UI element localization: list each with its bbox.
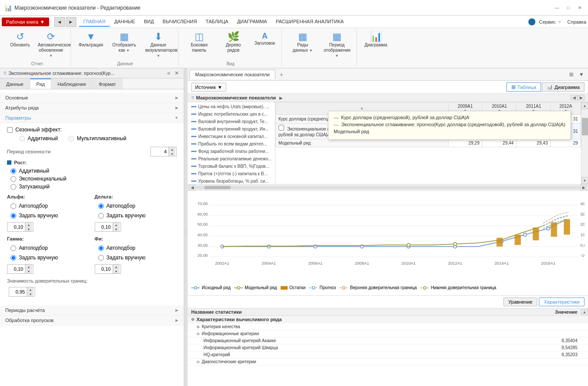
series-tree-button[interactable]: 🌿 Дерево рядов xyxy=(217,30,249,55)
series-item[interactable]: Торговый баланс к ВВП, %|Годов... xyxy=(188,163,275,170)
table-scrollbar[interactable]: ▲ ▼ xyxy=(581,102,588,184)
nav-forward-button[interactable]: ▶ xyxy=(66,17,76,27)
close-button[interactable]: ✕ xyxy=(576,4,584,12)
delta-auto-radio[interactable] xyxy=(98,203,104,209)
alpha-up[interactable]: ▲ xyxy=(25,223,32,227)
tab-main[interactable]: ГЛАВНАЯ xyxy=(79,17,110,27)
multiplicative-radio[interactable] xyxy=(68,136,74,142)
delta-up[interactable]: ▲ xyxy=(113,223,120,227)
panel-close-button[interactable]: ✕ xyxy=(173,70,180,76)
seasonal-checkbox[interactable] xyxy=(7,127,13,133)
filter-button[interactable]: ▼ Фильтрация xyxy=(75,30,106,50)
chart-view-button[interactable]: 📊 Диаграмма xyxy=(542,82,584,92)
delta-down[interactable]: ▼ xyxy=(113,227,120,231)
damped-radio[interactable] xyxy=(11,184,16,190)
confidence-up[interactable]: ▲ xyxy=(27,287,34,292)
delta-spinbox[interactable]: ▲ ▼ xyxy=(95,222,121,232)
delta-manual-radio[interactable] xyxy=(98,213,104,219)
equation-button[interactable]: Уравнение xyxy=(503,297,537,306)
alpha-input[interactable] xyxy=(7,223,25,230)
gamma-input[interactable] xyxy=(7,266,25,273)
nav-back-button[interactable]: ◀ xyxy=(54,17,65,27)
tab-scroll-button[interactable]: ▼ xyxy=(577,71,586,78)
tab-observation[interactable]: Наблюдение xyxy=(51,78,93,89)
confidence-spinbox[interactable]: ▲ ▼ xyxy=(9,287,35,297)
chart-button[interactable]: 📊 Диаграмма xyxy=(361,30,390,50)
display-as-button[interactable]: ▦ Отобразить как ▼ xyxy=(108,30,140,55)
minimize-button[interactable]: — xyxy=(553,4,561,12)
tab-data[interactable]: Данные xyxy=(0,78,30,89)
table-container[interactable]: — Курс доллара (среднегодовой), рублей з… xyxy=(275,102,581,184)
hscroll-right-button[interactable]: ▶ xyxy=(580,185,587,190)
alpha-spinbox[interactable]: ▲ ▼ xyxy=(7,222,33,232)
section-expand-button[interactable]: ▶ xyxy=(279,96,283,100)
auto-refresh-button[interactable]: ⟳ Автоматическое обновление ▼ xyxy=(35,30,67,60)
alpha-down[interactable]: ▼ xyxy=(25,227,32,231)
gamma-up[interactable]: ▲ xyxy=(25,265,32,269)
section-attributes[interactable]: Атрибуты ряда ▶ xyxy=(0,103,184,113)
period-spinbox[interactable]: ▲ ▼ xyxy=(150,147,177,156)
gamma-spinbox[interactable]: ▲ ▼ xyxy=(7,264,33,274)
tab-analytics[interactable]: РАСШИРЕННАЯ АНАЛИТИКА xyxy=(271,17,348,27)
phi-up[interactable]: ▲ xyxy=(113,265,120,269)
series-item[interactable]: Прибыль по всем видам деятел... xyxy=(188,140,275,148)
scroll-up-button[interactable]: ▲ xyxy=(581,102,588,109)
panel-resize-grip[interactable] xyxy=(184,68,188,386)
series-item[interactable]: Инвестиции в основной капитал... xyxy=(188,133,275,140)
tab-table[interactable]: ТАБЛИЦА xyxy=(201,17,233,27)
maximize-button[interactable]: □ xyxy=(564,4,572,12)
stats-scrollbar[interactable]: ▲ xyxy=(581,309,588,315)
main-tab[interactable]: Макроэкономические показатели xyxy=(189,70,275,79)
phi-spinbox[interactable]: ▲ ▼ xyxy=(95,264,121,274)
additive-growth-radio[interactable] xyxy=(11,168,16,174)
scroll-down-button[interactable]: ▼ xyxy=(581,177,588,184)
series-item[interactable]: Уровень безработицы, % раб. си... xyxy=(188,177,275,184)
series-data-button[interactable]: ▦ Ряды данных ▼ xyxy=(286,30,319,55)
additive-seasonal-radio[interactable] xyxy=(19,136,25,142)
period-input[interactable] xyxy=(151,148,168,155)
characteristics-button[interactable]: Характеристики xyxy=(539,297,584,306)
section-missing[interactable]: Обработка пропусков ▶ xyxy=(0,315,184,326)
confidence-input[interactable] xyxy=(9,288,27,295)
phi-manual-radio[interactable] xyxy=(98,255,104,261)
horizontal-scrollbar[interactable]: ◀ ▶ xyxy=(188,184,588,190)
confidence-down[interactable]: ▼ xyxy=(27,292,34,296)
period-down[interactable]: ▼ xyxy=(168,152,175,156)
add-tab-button[interactable]: + xyxy=(276,69,287,80)
hscroll-thumb[interactable] xyxy=(204,186,231,189)
info-expand-icon[interactable]: ⊖ xyxy=(196,332,200,336)
scroll-left-button[interactable]: ◀ xyxy=(570,95,577,100)
source-button[interactable]: Источник ▼ xyxy=(191,83,226,92)
series-item[interactable]: Реальные располагаемые денежн... xyxy=(188,155,275,163)
tab-calc[interactable]: ВЫЧИСЛЕНИЯ xyxy=(158,17,201,27)
tab-chart[interactable]: ДИАГРАММА xyxy=(233,17,271,27)
service-link[interactable]: Сервис xyxy=(539,19,556,25)
row-checkbox[interactable] xyxy=(278,125,284,131)
tab-view[interactable]: ВИД xyxy=(139,17,158,27)
series-item[interactable]: Валовой внутренний продукт, Ин... xyxy=(188,125,275,133)
phi-input[interactable] xyxy=(95,266,113,273)
series-item[interactable]: Приток (+)/отток (-) капитала к В... xyxy=(188,170,275,177)
series-item[interactable]: Фонд заработной платы работни... xyxy=(188,148,275,155)
gamma-auto-radio[interactable] xyxy=(11,245,16,251)
section-periods[interactable]: Периоды расчёта ▶ xyxy=(0,305,184,315)
phi-down[interactable]: ▼ xyxy=(113,269,120,273)
tab-format[interactable]: Формат xyxy=(93,78,122,89)
series-item[interactable]: Цены на нефть Urals (мировые), ... xyxy=(188,103,275,110)
period-up[interactable]: ▲ xyxy=(168,147,175,152)
phi-auto-radio[interactable] xyxy=(98,245,104,251)
scroll-right-button[interactable]: ▶ xyxy=(577,95,584,100)
scroll-thumb[interactable] xyxy=(582,118,588,135)
series-item[interactable]: Индекс потребительских цен в с... xyxy=(188,110,275,118)
panel-collapse-button[interactable]: « xyxy=(166,70,171,76)
section-basic[interactable]: Основные ▶ xyxy=(0,93,184,103)
workbook-button[interactable]: Рабочая книга ▼ xyxy=(2,18,49,26)
title-button[interactable]: A Заголовок xyxy=(251,30,278,48)
tab-data[interactable]: ДАННЫЕ xyxy=(110,17,139,27)
alpha-manual-radio[interactable] xyxy=(11,213,16,219)
display-period-button[interactable]: ▦ Период отображения ▼ xyxy=(321,30,353,60)
stats-scroll-up[interactable]: ▲ xyxy=(581,309,588,315)
table-view-button[interactable]: ▦ Таблица xyxy=(506,82,541,92)
diagnostic-expand-icon[interactable]: ⊖ xyxy=(196,360,200,364)
side-panel-button[interactable]: ◫ Боковая панель xyxy=(183,30,215,55)
